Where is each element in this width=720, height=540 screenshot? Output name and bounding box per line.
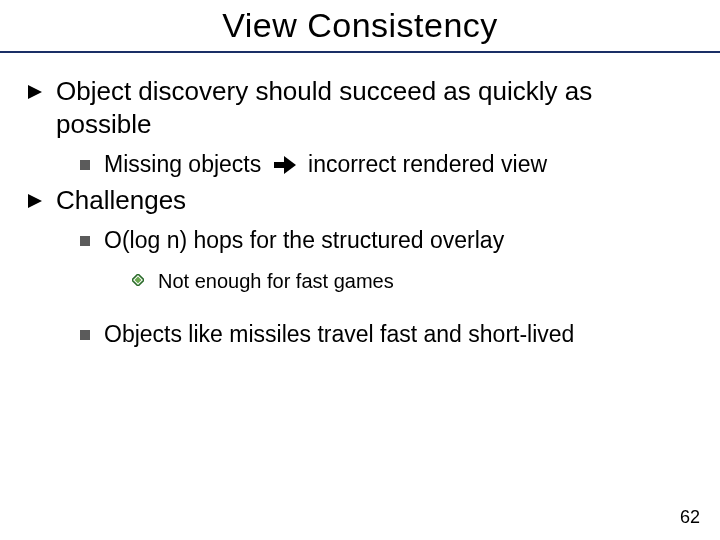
- content-area: Object discovery should succeed as quick…: [0, 53, 720, 350]
- square-bullet-icon: [80, 236, 90, 246]
- square-bullet-icon: [80, 330, 90, 340]
- slide-title: View Consistency: [0, 6, 720, 45]
- bullet-level3: Not enough for fast games: [132, 268, 692, 294]
- svg-marker-3: [28, 194, 42, 208]
- svg-marker-0: [28, 85, 42, 99]
- text-part: Missing objects: [104, 151, 261, 177]
- bullet-text: Challenges: [56, 184, 186, 217]
- bullet-text: Objects like missiles travel fast and sh…: [104, 320, 574, 350]
- implies-arrow-icon: [274, 150, 296, 180]
- diamond-bullet-icon: [132, 274, 144, 286]
- bullet-level2: O(log n) hops for the structured overlay: [80, 226, 692, 256]
- right-triangle-icon: [28, 194, 44, 208]
- bullet-level2: Missing objects incorrect rendered view: [80, 150, 692, 180]
- bullet-text: O(log n) hops for the structured overlay: [104, 226, 504, 256]
- right-triangle-icon: [28, 85, 44, 99]
- title-area: View Consistency: [0, 0, 720, 45]
- bullet-level1: Challenges: [28, 184, 692, 217]
- bullet-text: Object discovery should succeed as quick…: [56, 75, 692, 140]
- bullet-level1: Object discovery should succeed as quick…: [28, 75, 692, 140]
- bullet-text: Missing objects incorrect rendered view: [104, 150, 547, 180]
- slide: View Consistency Object discovery should…: [0, 0, 720, 540]
- bullet-text: Not enough for fast games: [158, 268, 394, 294]
- page-number: 62: [680, 507, 700, 528]
- svg-marker-2: [284, 156, 296, 174]
- text-part: incorrect rendered view: [308, 151, 547, 177]
- square-bullet-icon: [80, 160, 90, 170]
- bullet-level2: Objects like missiles travel fast and sh…: [80, 320, 692, 350]
